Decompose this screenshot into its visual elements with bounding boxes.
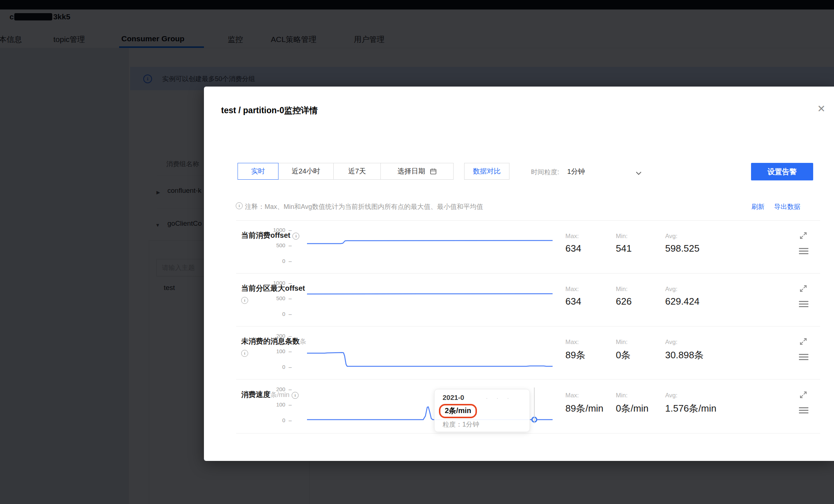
avg-label: Avg:	[665, 286, 678, 293]
data-compare-button[interactable]: 数据对比	[464, 163, 509, 180]
note-info-icon: i	[236, 202, 243, 209]
y-axis-tick: 500–	[255, 242, 292, 248]
min-label: Min:	[616, 339, 628, 346]
metric-info-icon[interactable]: i	[241, 297, 248, 304]
metric-unit: 条	[300, 338, 306, 345]
line-chart-unconsumed-messages[interactable]	[307, 332, 553, 370]
chart-menu-icon[interactable]	[799, 407, 808, 415]
time-range-24h-button[interactable]: 近24小时	[278, 163, 334, 180]
max-value: 89条/min	[565, 402, 603, 415]
max-value: 89条	[565, 349, 585, 362]
note-text: 注释：Max、Min和Avg数值统计为当前折线图内所有点的最大值、最小值和平均值	[245, 202, 483, 211]
time-range-segment: 实时 近24小时 近7天 选择日期	[238, 163, 454, 180]
max-label: Max:	[565, 233, 579, 240]
set-alarm-button[interactable]: 设置告警	[751, 163, 813, 180]
avg-label: Avg:	[665, 339, 678, 346]
expand-chart-icon[interactable]	[799, 284, 808, 294]
refresh-link[interactable]: 刷新	[751, 202, 765, 211]
avg-value: 598.525	[665, 243, 700, 254]
expand-chart-icon[interactable]	[799, 231, 808, 241]
min-value: 626	[616, 296, 632, 307]
metric-info-icon[interactable]: i	[292, 392, 299, 399]
min-value: 541	[616, 243, 632, 254]
granularity-label: 时间粒度:	[531, 168, 559, 176]
y-axis-tick: 200–	[255, 386, 292, 392]
max-label: Max:	[565, 392, 579, 399]
line-chart-partition-max-offset[interactable]	[307, 279, 553, 317]
avg-label: Avg:	[665, 392, 678, 399]
metric-row-consume-offset: 当前消费offseti 1000– 500– 0– Max:634 Min:54…	[204, 220, 834, 274]
y-axis-tick: 1000–	[255, 227, 292, 233]
time-range-7d-button[interactable]: 近7天	[333, 163, 381, 180]
chart-menu-icon[interactable]	[799, 301, 808, 309]
tooltip-date: 2021-0	[443, 394, 464, 402]
line-chart-consume-offset[interactable]	[307, 226, 553, 264]
metric-info-icon[interactable]: i	[292, 233, 299, 240]
tooltip-value: 2条/min	[445, 406, 471, 415]
expand-chart-icon[interactable]	[799, 390, 808, 401]
monitor-detail-modal: test / partition-0监控详情 ✕ 实时 近24小时 近7天 选择…	[204, 87, 834, 461]
time-range-pick-date-button[interactable]: 选择日期	[380, 163, 454, 180]
pick-date-label: 选择日期	[398, 163, 425, 179]
y-axis-tick: 0–	[255, 311, 292, 317]
y-axis-tick: 100–	[255, 401, 292, 408]
y-axis-tick: 0–	[255, 258, 292, 264]
metric-info-icon[interactable]: i	[241, 350, 248, 357]
min-value: 0条/min	[616, 402, 649, 415]
avg-value: 629.424	[665, 296, 700, 307]
min-label: Min:	[616, 286, 628, 293]
screen: c3kk5 基本信息 topic管理 Consumer Group 监控 ACL…	[0, 0, 834, 504]
tooltip-granularity: 粒度：1分钟	[443, 420, 479, 429]
divider	[236, 433, 820, 434]
y-axis-tick: 1000–	[255, 280, 292, 286]
max-label: Max:	[565, 286, 579, 293]
avg-label: Avg:	[665, 233, 678, 240]
time-range-realtime-button[interactable]: 实时	[238, 163, 278, 180]
y-axis-tick: 0–	[255, 417, 292, 423]
chart-hover-line	[534, 387, 535, 423]
calendar-icon	[430, 168, 437, 175]
min-label: Min:	[616, 392, 628, 399]
close-icon[interactable]: ✕	[817, 104, 826, 114]
min-value: 0条	[616, 349, 630, 362]
avg-value: 1.576条/min	[665, 402, 716, 415]
avg-value: 30.898条	[665, 349, 704, 362]
chart-tooltip: 2021-0 · · · 2条/min 粒度：1分钟	[434, 389, 530, 432]
chart-menu-icon[interactable]	[799, 248, 808, 256]
expand-chart-icon[interactable]	[799, 337, 808, 347]
max-value: 634	[565, 243, 581, 254]
metric-row-unconsumed-messages: 未消费的消息条数条 i 200– 100– 0– Max:89条 Min:0条 …	[204, 326, 834, 379]
metric-unit: 条/min	[270, 391, 289, 398]
chart-menu-icon[interactable]	[799, 354, 808, 362]
chevron-down-icon[interactable]	[636, 170, 641, 177]
y-axis-tick: 500–	[255, 295, 292, 301]
y-axis-tick: 200–	[255, 333, 292, 339]
tooltip-redacted-dots: · · ·	[486, 394, 512, 402]
tooltip-value-annotation-box: 2条/min	[439, 404, 477, 418]
modal-title: test / partition-0监控详情	[221, 105, 318, 116]
y-axis-tick: 100–	[255, 348, 292, 354]
export-data-link[interactable]: 导出数据	[774, 202, 800, 211]
metric-row-partition-max-offset: 当前分区最大offset i 1000– 500– 0– Max:634 Min…	[204, 273, 834, 327]
max-label: Max:	[565, 339, 579, 346]
min-label: Min:	[616, 233, 628, 240]
y-axis-tick: 0–	[255, 364, 292, 370]
granularity-select-value[interactable]: 1分钟	[567, 167, 585, 176]
max-value: 634	[565, 296, 581, 307]
